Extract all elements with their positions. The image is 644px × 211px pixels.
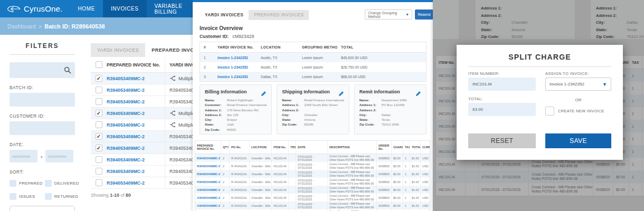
date-from-input[interactable] [10, 150, 37, 162]
prepared-invoice-link[interactable]: R394053409MC-2 [195, 170, 221, 178]
prepared-invoice-link[interactable]: R394053409MC-2 [107, 134, 165, 139]
invoice-row[interactable]: R394053409MC-2 R394053409MC-2 [91, 166, 193, 177]
sort-checkbox[interactable] [45, 193, 52, 200]
line-item-row[interactable]: A394053409MC-2 2 R-34242101 Chandler - E… [195, 194, 430, 202]
line-item-row[interactable]: R394053409MC-2 2 R-34242101 Chandler - E… [195, 170, 430, 178]
nav-item[interactable]: VARIABLE BILLING [147, 0, 193, 17]
prepared-invoice-link[interactable]: A394053409MC-2 [195, 202, 221, 209]
sort-checkbox[interactable] [45, 180, 52, 187]
total-input[interactable] [468, 103, 536, 116]
save-button[interactable]: SAVE [545, 133, 611, 148]
invoice-row[interactable]: R394053409MC-2 Multiple [91, 119, 193, 131]
prepared-invoice-link[interactable]: R394053409MC-2 [107, 88, 165, 93]
assign-invoice-dropdown[interactable]: Invoice 1-2342352 ▼ [545, 78, 611, 91]
row-checkbox[interactable] [96, 121, 102, 128]
brand-logo[interactable]: CyrusOne. [0, 0, 70, 17]
column-header: LOCATION [249, 141, 271, 154]
prepared-invoice-link[interactable]: R394053409MC-2 [107, 180, 165, 186]
list-tab[interactable]: PREPARED INVOICES [145, 43, 193, 57]
column-header: TRS [288, 141, 296, 154]
invoice-row[interactable]: R394053409MC-2 R394053409MC-2 [91, 154, 193, 166]
invoice-row[interactable]: R394053409MC-2 R394053409MC-2 [91, 177, 193, 189]
breadcrumb-separator: > [39, 23, 42, 30]
sort-option[interactable]: PREPARED [10, 180, 43, 187]
row-checkbox[interactable] [96, 98, 102, 105]
batch-id-input[interactable] [10, 93, 75, 107]
date-to-input[interactable] [45, 150, 73, 162]
create-new-invoice-checkbox[interactable] [545, 107, 554, 116]
sort-checkbox[interactable] [10, 180, 16, 187]
list-tab[interactable]: YARDI INVOICES [91, 43, 145, 57]
invoice-row[interactable]: R394053409MC-2 R394053409MC-2 [91, 84, 193, 96]
reset-button[interactable]: RESET [468, 133, 536, 148]
prepared-invoice-link[interactable]: R394053409MC-2 [107, 111, 165, 116]
row-checkbox[interactable] [96, 145, 102, 151]
select-all-checkbox[interactable] [96, 61, 102, 68]
card-title: Shipping Information [282, 89, 344, 94]
shipping-information-card: Shipping Information Name: Retail Financ… [277, 84, 349, 135]
yardi-invoice-cell: R394053409MC-2 [165, 84, 193, 95]
column-header: ITEM No. [271, 141, 288, 154]
prepared-invoice-link[interactable]: R394053409MC-2 [107, 169, 165, 174]
prepared-invoice-link[interactable]: R394053409MC-2 [195, 162, 221, 170]
edit-pencil-icon[interactable] [415, 89, 421, 99]
sort-option[interactable]: ISSUES [10, 193, 43, 200]
batch-invoice-list: YARDI INVOICES PREPARED INVOICES PREPARE… [91, 43, 193, 198]
line-item-row[interactable]: R394053409MC-2 2 R-34242101 Chandler - E… [195, 154, 430, 162]
prepared-invoice-link[interactable]: R394053409MC-2 [107, 76, 165, 81]
invoice-row[interactable]: R394053409MC-2 R394053409MC-2 [91, 142, 193, 154]
prepared-invoice-link[interactable]: A394053409MC-2 [195, 194, 221, 202]
column-header-yardi[interactable]: YARDI INVOICE No. [165, 57, 193, 72]
edit-pencil-icon[interactable] [261, 89, 267, 99]
row-checkbox[interactable] [96, 75, 102, 82]
column-header: TAX [403, 141, 410, 154]
prepared-invoice-link[interactable]: R394053409MC-2 [107, 157, 165, 162]
prepared-invoice-link[interactable]: A394053409MC-2 [195, 186, 221, 194]
nav-item[interactable]: HOME [70, 0, 103, 17]
create-new-invoice-option[interactable]: CREATE NEW INVOICE [545, 107, 604, 116]
detail-tab[interactable]: YARDI INVOICES [200, 10, 249, 20]
prepared-invoice-link[interactable]: R394053409MC-2 [107, 122, 165, 128]
prepared-invoice-link[interactable]: R394053409MC-2 [195, 154, 221, 162]
prepared-invoice-link[interactable]: R394053409MC-2 [107, 99, 165, 104]
resend-button[interactable]: Resend [415, 9, 433, 20]
line-item-row[interactable]: R394053409MC-2 2 R-34242101 Chandler - E… [195, 162, 430, 170]
sort-checkbox[interactable] [10, 193, 16, 200]
nav-item[interactable]: INVOICES [103, 0, 147, 17]
line-item-row[interactable]: A394053409MC-2 2 R-34242101 Chandler - E… [195, 186, 430, 194]
search-icon[interactable] [64, 66, 71, 76]
invoice-row[interactable]: R394053409MC-2 R394053409MC-2 [91, 131, 193, 142]
breadcrumb-root[interactable]: Dashboard [7, 23, 36, 30]
invoice-row[interactable]: R394053409MC-2 R394053409MC-2 [91, 96, 193, 108]
chevron-down-icon: ▼ [602, 82, 607, 87]
row-checkbox[interactable] [96, 168, 102, 175]
edit-pencil-icon[interactable] [338, 89, 344, 99]
invoice-link[interactable]: Invoice 1-2342352 [214, 56, 257, 60]
customer-id-input[interactable] [10, 121, 75, 135]
item-number-input[interactable] [468, 78, 536, 91]
row-checkbox[interactable] [96, 110, 102, 117]
yardi-invoice-cell: R394053409MC-2 [165, 131, 193, 142]
row-checkbox[interactable] [96, 156, 102, 163]
detail-tab[interactable]: PREPARED INVOICES [249, 10, 309, 20]
invoice-row[interactable]: R394053409MC-2 Multiple [91, 108, 193, 119]
change-grouping-dropdown[interactable]: Change Grouping Method ▼ [365, 9, 412, 20]
column-header: DATE [296, 141, 327, 154]
row-checkbox[interactable] [96, 133, 102, 140]
line-item-row[interactable]: R394053409MC-2 2 R-34242101 Chandler - E… [195, 178, 430, 186]
sort-option[interactable]: DELIVERED [45, 180, 79, 187]
row-checkbox[interactable] [96, 179, 102, 186]
sort-option[interactable]: RETURNED [45, 193, 79, 200]
breadcrumb: Dashboard > Batch ID: R289640538 [0, 17, 193, 35]
address-row: Zip Code: 85286 [282, 122, 344, 127]
column-header-prepared[interactable]: PREPARED INVOICE No. [107, 62, 165, 68]
invoice-link[interactable]: Invoice 1-2342352 [214, 75, 257, 79]
invoice-link[interactable]: Invoice 1-2342352 [214, 65, 257, 69]
prepared-invoice-link[interactable]: R394053409MC-2 [195, 178, 221, 186]
column-header: TOTAL [410, 141, 420, 154]
divider [468, 66, 611, 67]
row-checkbox[interactable] [96, 87, 102, 93]
prepared-invoice-link[interactable]: R394053409MC-2 [107, 146, 165, 151]
invoice-row[interactable]: R394053409MC-2 Multiple [91, 73, 193, 84]
line-item-row[interactable]: A394053409MC-2 2 R-34242101 Chandler - E… [195, 202, 430, 209]
